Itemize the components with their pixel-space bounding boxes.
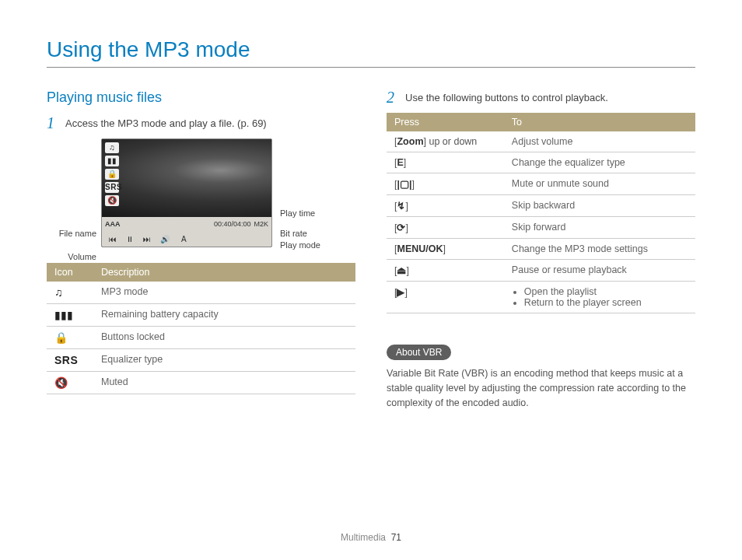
lock-icon: 🔒 xyxy=(105,169,119,180)
callout-play-mode: Play mode xyxy=(280,240,320,250)
filename-display: AAA xyxy=(105,220,121,228)
desc-cell: Muted xyxy=(93,372,355,394)
icon-cell: ▮▮▮ xyxy=(47,304,93,327)
left-column: Playing music files 1 Access the MP3 mod… xyxy=(47,89,355,410)
speaker-icon: 🔊 xyxy=(158,235,172,243)
table-row: [⏏]Pause or resume playback xyxy=(387,260,695,282)
press-cell: [|▢|] xyxy=(387,173,504,195)
to-cell: Change the equalizer type xyxy=(504,152,695,173)
step-2: 2 Use the following buttons to control p… xyxy=(387,89,695,105)
press-cell: [MENU/OK] xyxy=(387,239,504,260)
footer-page-number: 71 xyxy=(391,532,401,543)
right-column: 2 Use the following buttons to control p… xyxy=(387,89,695,410)
battery-icon: ▮▮ xyxy=(105,156,119,166)
list-item: Open the playlist xyxy=(524,286,688,297)
to-cell: Adjust volume xyxy=(504,131,695,152)
callout-file-name: File name xyxy=(47,229,96,238)
callout-play-time: Play time xyxy=(280,208,315,218)
desc-header: Description xyxy=(93,263,355,282)
table-row: [|▢|]Mute or unmute sound xyxy=(387,173,695,195)
table-row: [MENU/OK]Change the MP3 mode settings xyxy=(387,239,695,260)
list-item: Return to the player screen xyxy=(524,297,688,308)
srs-icon: SRS xyxy=(105,182,119,193)
page-footer: Multimedia 71 xyxy=(0,532,742,543)
to-cell: Skip forward xyxy=(504,217,695,239)
table-row: [↯]Skip backward xyxy=(387,195,695,217)
footer-section: Multimedia xyxy=(341,532,386,543)
page-title: Using the MP3 mode xyxy=(47,37,695,68)
to-cell: Change the MP3 mode settings xyxy=(504,239,695,260)
about-vbr-pill: About VBR xyxy=(387,345,451,360)
callout-volume: Volume xyxy=(47,252,96,261)
subheading-playing: Playing music files xyxy=(47,89,355,106)
desc-cell: MP3 mode xyxy=(93,282,355,304)
icon-table: Icon Description ♫ MP3 mode ▮▮▮ Remainin… xyxy=(47,263,355,394)
step-text: Access the MP3 mode and play a file. (p.… xyxy=(65,115,267,131)
step-1: 1 Access the MP3 mode and play a file. (… xyxy=(47,115,355,131)
playmode-display: A xyxy=(181,235,187,243)
callout-bit-rate: Bit rate xyxy=(280,229,307,238)
table-row: [▶]Open the playlistReturn to the player… xyxy=(387,282,695,313)
to-cell: Pause or resume playback xyxy=(504,260,695,282)
step-number: 2 xyxy=(387,89,399,105)
to-cell: Mute or unmute sound xyxy=(504,173,695,195)
icon-cell: 🔇 xyxy=(47,372,93,394)
table-row: 🔇 Muted xyxy=(47,372,355,394)
table-row: [⟳]Skip forward xyxy=(387,217,695,239)
table-row: [E]Change the equalizer type xyxy=(387,152,695,173)
press-cell: [⟳] xyxy=(387,217,504,239)
table-row: ♫ MP3 mode xyxy=(47,282,355,304)
step-number: 1 xyxy=(47,115,59,131)
playtime-display: 00:40/04:00 xyxy=(214,220,251,228)
two-column-layout: Playing music files 1 Access the MP3 mod… xyxy=(47,89,695,410)
about-vbr-text: Variable Bit Rate (VBR) is an encoding m… xyxy=(387,366,695,410)
press-cell: [E] xyxy=(387,152,504,173)
desc-cell: Buttons locked xyxy=(93,327,355,349)
prev-icon: ⏮ xyxy=(107,235,119,243)
to-cell: Open the playlistReturn to the player sc… xyxy=(504,282,695,313)
table-row: SRS Equalizer type xyxy=(47,349,355,372)
music-note-icon: ♫ xyxy=(105,142,119,153)
table-row: 🔒 Buttons locked xyxy=(47,327,355,349)
press-cell: [↯] xyxy=(387,195,504,217)
press-header: Press xyxy=(387,113,504,131)
pause-icon: ⏸ xyxy=(124,235,136,243)
table-row: [Zoom] up or downAdjust volume xyxy=(387,131,695,152)
desc-cell: Remaining battery capacity xyxy=(93,304,355,327)
icon-header: Icon xyxy=(47,263,93,282)
control-table: Press To [Zoom] up or downAdjust volume[… xyxy=(387,113,695,313)
press-cell: [▶] xyxy=(387,282,504,313)
bitrate-display: M2K xyxy=(254,220,268,228)
player-screenshot: ♫ ▮▮ 🔒 SRS 🔇 AAA 00:40/04:00 M2K ⏮ ⏸ xyxy=(47,138,303,247)
mute-icon: 🔇 xyxy=(105,195,119,206)
desc-cell: Equalizer type xyxy=(93,349,355,372)
icon-cell: ♫ xyxy=(47,282,93,304)
icon-cell: 🔒 xyxy=(47,327,93,349)
icon-cell: SRS xyxy=(47,349,93,372)
table-row: ▮▮▮ Remaining battery capacity xyxy=(47,304,355,327)
step-text: Use the following buttons to control pla… xyxy=(405,89,608,105)
next-icon: ⏭ xyxy=(141,235,153,243)
to-header: To xyxy=(504,113,695,131)
to-cell: Skip backward xyxy=(504,195,695,217)
press-cell: [⏏] xyxy=(387,260,504,282)
press-cell: [Zoom] up or down xyxy=(387,131,504,152)
